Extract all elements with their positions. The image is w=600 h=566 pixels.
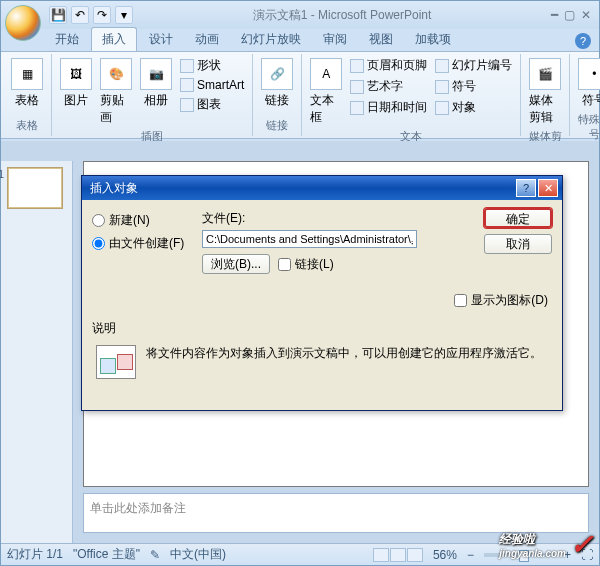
symbol-icon xyxy=(435,80,449,94)
thumb-number: 1 xyxy=(0,168,4,180)
tab-home[interactable]: 开始 xyxy=(45,28,89,51)
undo-icon[interactable]: ↶ xyxy=(71,6,89,24)
status-lang-icon: ✎ xyxy=(150,548,160,562)
tab-addins[interactable]: 加载项 xyxy=(405,28,461,51)
group-links: 🔗链接 链接 xyxy=(253,54,302,136)
clipart-button[interactable]: 🎨剪贴画 xyxy=(98,56,134,128)
textbox-icon: A xyxy=(310,58,342,90)
links-button[interactable]: 🔗链接 xyxy=(259,56,295,111)
group-media: 🎬媒体剪辑 媒体剪辑 xyxy=(521,54,570,136)
file-label: 文件(E): xyxy=(202,210,422,227)
ribbon: ▦ 表格 表格 🖼图片 🎨剪贴画 📷相册 形状 SmartArt 图表 插图 xyxy=(1,51,599,139)
desc-text: 将文件内容作为对象插入到演示文稿中，可以用创建它的应用程序激活它。 xyxy=(146,345,548,362)
slidenum-icon xyxy=(435,59,449,73)
shapes-button[interactable]: 形状 xyxy=(178,56,246,75)
save-icon[interactable]: 💾 xyxy=(49,6,67,24)
special-icon: • xyxy=(578,58,600,90)
sorter-view-icon[interactable] xyxy=(390,548,406,562)
radio-from-file[interactable]: 由文件创建(F) xyxy=(92,235,184,252)
qat-more-icon[interactable]: ▾ xyxy=(115,6,133,24)
picture-button[interactable]: 🖼图片 xyxy=(58,56,94,111)
smartart-button[interactable]: SmartArt xyxy=(178,77,246,93)
textbox-button[interactable]: A文本框 xyxy=(308,56,344,128)
desc-label: 说明 xyxy=(92,320,552,337)
browse-button[interactable]: 浏览(B)... xyxy=(202,254,270,274)
zoom-out-icon[interactable]: − xyxy=(467,548,474,562)
chart-icon xyxy=(180,98,194,112)
status-slide: 幻灯片 1/1 xyxy=(7,546,63,563)
slideshow-view-icon[interactable] xyxy=(407,548,423,562)
media-button[interactable]: 🎬媒体剪辑 xyxy=(527,56,563,128)
ribbon-tabs: 开始 插入 设计 动画 幻灯片放映 审阅 视图 加载项 xyxy=(1,29,599,51)
maximize-icon[interactable]: ▢ xyxy=(564,8,575,22)
object-icon xyxy=(435,101,449,115)
link-icon: 🔗 xyxy=(261,58,293,90)
redo-icon[interactable]: ↷ xyxy=(93,6,111,24)
ok-button[interactable]: 确定 xyxy=(484,208,552,228)
help-icon[interactable]: ? xyxy=(575,33,591,49)
wordart-icon xyxy=(350,80,364,94)
slide-thumbnail[interactable]: 1 xyxy=(7,167,63,209)
insert-object-dialog: 插入对象 ? ✕ 新建(N) 由文件创建(F) 文件(E): 浏览(B)... … xyxy=(81,175,563,411)
header-icon xyxy=(350,59,364,73)
group-illustrations: 🖼图片 🎨剪贴画 📷相册 形状 SmartArt 图表 插图 xyxy=(52,54,253,136)
tab-review[interactable]: 审阅 xyxy=(313,28,357,51)
group-text: A文本框 页眉和页脚 艺术字 日期和时间 幻灯片编号 符号 对象 文本 xyxy=(302,54,521,136)
media-icon: 🎬 xyxy=(529,58,561,90)
tab-view[interactable]: 视图 xyxy=(359,28,403,51)
group-tables: ▦ 表格 表格 xyxy=(3,54,52,136)
album-button[interactable]: 📷相册 xyxy=(138,56,174,111)
chart-button[interactable]: 图表 xyxy=(178,95,246,114)
title-bar: 💾 ↶ ↷ ▾ 演示文稿1 - Microsoft PowerPoint ━ ▢… xyxy=(1,1,599,29)
dialog-help-icon[interactable]: ? xyxy=(516,179,536,197)
link-checkbox[interactable]: 链接(L) xyxy=(278,256,334,273)
slidenum-button[interactable]: 幻灯片编号 xyxy=(433,56,514,75)
tables-button[interactable]: ▦ 表格 xyxy=(9,56,45,111)
wordart-button[interactable]: 艺术字 xyxy=(348,77,429,96)
cancel-button[interactable]: 取消 xyxy=(484,234,552,254)
quick-access-toolbar: 💾 ↶ ↷ ▾ xyxy=(49,6,133,24)
dialog-close-icon[interactable]: ✕ xyxy=(538,179,558,197)
thumbnail-pane: 1 xyxy=(1,161,73,543)
picture-icon: 🖼 xyxy=(60,58,92,90)
status-theme: "Office 主题" xyxy=(73,546,140,563)
dialog-titlebar[interactable]: 插入对象 ? ✕ xyxy=(82,176,562,200)
table-icon: ▦ xyxy=(11,58,43,90)
notes-pane[interactable]: 单击此处添加备注 xyxy=(83,493,589,533)
watermark: 经验啦 jingyanla.com ✓ xyxy=(499,528,593,561)
album-icon: 📷 xyxy=(140,58,172,90)
date-button[interactable]: 日期和时间 xyxy=(348,98,429,117)
dialog-title: 插入对象 xyxy=(86,180,514,197)
clipart-icon: 🎨 xyxy=(100,58,132,90)
minimize-icon[interactable]: ━ xyxy=(551,8,558,22)
normal-view-icon[interactable] xyxy=(373,548,389,562)
tab-insert[interactable]: 插入 xyxy=(91,27,137,51)
close-icon[interactable]: ✕ xyxy=(581,8,591,22)
zoom-value[interactable]: 56% xyxy=(433,548,457,562)
tab-slideshow[interactable]: 幻灯片放映 xyxy=(231,28,311,51)
special-symbol-button[interactable]: •符号 xyxy=(576,56,600,111)
display-as-icon-checkbox[interactable]: 显示为图标(D) xyxy=(454,292,548,309)
office-button[interactable] xyxy=(5,5,41,41)
object-button[interactable]: 对象 xyxy=(433,98,514,117)
tab-design[interactable]: 设计 xyxy=(139,28,183,51)
file-path-input[interactable] xyxy=(202,230,417,248)
tab-anim[interactable]: 动画 xyxy=(185,28,229,51)
status-lang: 中文(中国) xyxy=(170,546,226,563)
radio-create-new[interactable]: 新建(N) xyxy=(92,212,184,229)
desc-icon xyxy=(96,345,136,379)
shapes-icon xyxy=(180,59,194,73)
smartart-icon xyxy=(180,78,194,92)
check-icon: ✓ xyxy=(570,528,593,561)
group-special: •符号 特殊符号 xyxy=(570,54,600,136)
date-icon xyxy=(350,101,364,115)
header-footer-button[interactable]: 页眉和页脚 xyxy=(348,56,429,75)
window-title: 演示文稿1 - Microsoft PowerPoint xyxy=(133,7,551,24)
view-buttons xyxy=(373,548,423,562)
symbol-button[interactable]: 符号 xyxy=(433,77,514,96)
